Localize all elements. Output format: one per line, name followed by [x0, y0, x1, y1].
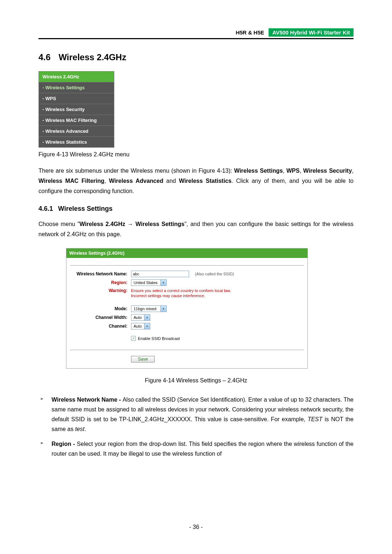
- warning-line-2: Incorrect settings may cause interferenc…: [131, 293, 231, 298]
- checkbox-icon: ✓: [131, 336, 136, 341]
- figure-caption-14: Figure 4-14 Wireless Settings – 2.4GHz: [38, 377, 354, 384]
- bullet-wireless-network-name: ➢ Wireless Network Name - Also called th…: [38, 395, 354, 434]
- settings-panel-title: Wireless Settings (2.4GHz): [66, 249, 307, 258]
- divider: [70, 265, 304, 266]
- header-model: H5R & H5E: [236, 29, 264, 36]
- channel-label: Channel:: [66, 324, 131, 329]
- page-number: - 36 -: [0, 524, 392, 530]
- chevron-down-icon: ▾: [160, 306, 166, 312]
- region-label: Region:: [66, 280, 131, 285]
- ssid-label: Wireless Network Name:: [66, 271, 131, 276]
- choose-menu-paragraph: Choose menu "Wireless 2.4GHz → Wireless …: [38, 219, 354, 239]
- intro-paragraph: There are six submenus under the Wireles…: [38, 166, 354, 196]
- mode-label: Mode:: [66, 306, 131, 311]
- menu-item-wireless-mac-filtering[interactable]: - Wireless MAC Filtering: [39, 115, 114, 126]
- channel-width-label: Channel Width:: [66, 315, 131, 320]
- region-select[interactable]: United States ▾: [131, 279, 167, 286]
- menu-item-wireless-statistics[interactable]: - Wireless Statistics: [39, 136, 114, 147]
- bullet-icon: ➢: [38, 439, 52, 459]
- warning-line-1: Ensure you select a correct country to c…: [131, 288, 231, 293]
- divider: [70, 350, 304, 350]
- menu-item-wireless-advanced[interactable]: - Wireless Advanced: [39, 126, 114, 136]
- menu-item-wps[interactable]: - WPS: [39, 93, 114, 104]
- channel-width-select[interactable]: Auto ▾: [131, 314, 150, 321]
- channel-select[interactable]: Auto ▾: [131, 323, 150, 329]
- warning-label: Warning:: [66, 288, 131, 293]
- sidebar-menu: Wireless 2.4GHz - Wireless Settings - WP…: [38, 71, 114, 148]
- menu-item-wireless-security[interactable]: - Wireless Security: [39, 104, 114, 115]
- chevron-down-icon: ▾: [144, 315, 150, 320]
- section-heading: 4.6Wireless 2.4GHz: [38, 52, 354, 62]
- menu-header: Wireless 2.4GHz: [39, 71, 114, 82]
- chevron-down-icon: ▾: [160, 280, 166, 286]
- ssid-broadcast-label: Enable SSID Broadcast: [138, 336, 180, 341]
- figure-caption-13: Figure 4-13 Wireless 2.4GHz menu: [38, 151, 354, 158]
- chevron-down-icon: ▾: [144, 323, 150, 329]
- subsection-heading: 4.6.1Wireless Settings: [38, 205, 354, 213]
- bullet-icon: ➢: [38, 395, 52, 434]
- ssid-broadcast-checkbox[interactable]: ✓ Enable SSID Broadcast: [131, 336, 180, 341]
- save-button[interactable]: Save: [131, 356, 155, 362]
- wireless-settings-panel: Wireless Settings (2.4GHz) Wireless Netw…: [66, 248, 308, 369]
- menu-item-wireless-settings[interactable]: - Wireless Settings: [39, 82, 114, 93]
- header-badge: AV500 Hybrid Wi-Fi Starter Kit: [269, 28, 354, 37]
- mode-select[interactable]: 11bgn mixed ▾: [131, 305, 167, 312]
- bullet-region: ➢ Region - Select your region from the d…: [38, 439, 354, 459]
- page-header: H5R & H5E AV500 Hybrid Wi-Fi Starter Kit: [38, 28, 354, 39]
- ssid-hint: (Also called the SSID): [195, 272, 234, 276]
- ssid-input[interactable]: [131, 271, 189, 277]
